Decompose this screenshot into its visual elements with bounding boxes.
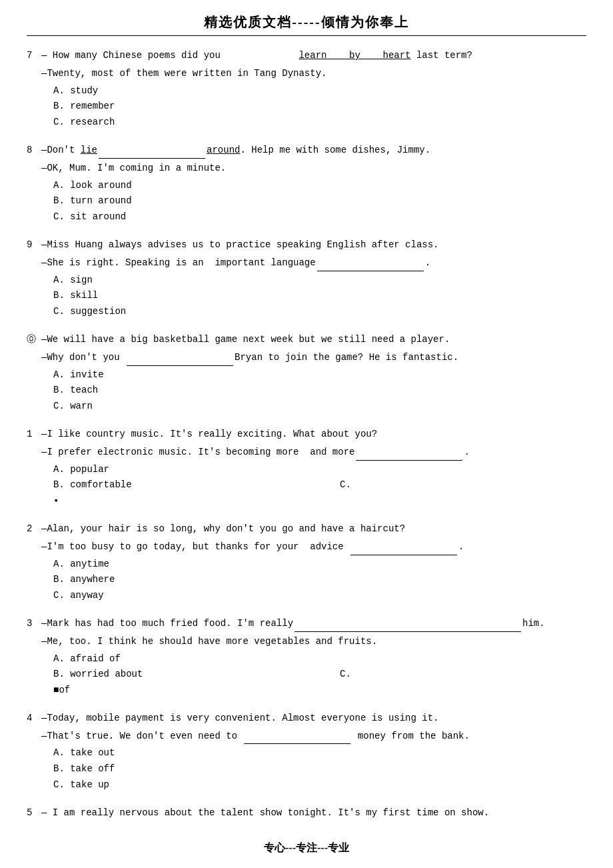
q15-num: 5 xyxy=(27,805,41,821)
q9-text2: —She is right. Speaking is an important … xyxy=(41,255,586,271)
q11-optBC-row: B. comfortable C. xyxy=(53,477,586,493)
question-10: ⓪ —We will have a big basketball game ne… xyxy=(27,332,586,415)
q11-num: 1 xyxy=(27,427,41,443)
question-15: 5 — I am really nervous about the talent… xyxy=(27,805,586,821)
q11-line1: 1 —I like country music. It's really exc… xyxy=(27,427,586,443)
q12-optB: B. anywhere xyxy=(53,572,586,588)
q9-text1: —Miss Huang always advises us to practic… xyxy=(41,237,586,253)
q14-text2: —That's true. We don't even need to mone… xyxy=(41,729,586,745)
q8-text2: —OK, Mum. I'm coming in a minute. xyxy=(41,161,586,177)
q10-line1: ⓪ —We will have a big basketball game ne… xyxy=(27,332,586,348)
q10-optA: A. invite xyxy=(53,367,586,383)
question-13: 3 —Mark has had too much fried food. I'm… xyxy=(27,616,586,699)
q13-optBC-row: B. worried about C. xyxy=(53,667,586,683)
header-divider xyxy=(27,35,586,36)
question-12: 2 —Alan, your hair is so long, why don't… xyxy=(27,521,586,604)
q15-line1: 5 — I am really nervous about the talent… xyxy=(27,805,586,821)
q10-num: ⓪ xyxy=(27,332,41,348)
question-11: 1 —I like country music. It's really exc… xyxy=(27,427,586,509)
question-8: 8 —Don't liearound. Help me with some di… xyxy=(27,143,586,225)
q14-num: 4 xyxy=(27,711,41,727)
q13-optAB-row: A. afraid of xyxy=(53,651,586,667)
q12-text2: —I'm too busy to go today, but thanks fo… xyxy=(41,539,586,555)
q9-optA: A. sign xyxy=(53,273,586,289)
q7-optC: C. research xyxy=(53,115,586,131)
q11-optB: B. comfortable xyxy=(53,477,300,493)
q12-text1: —Alan, your hair is so long, why don't y… xyxy=(41,521,586,537)
q7-optB: B. remember xyxy=(53,99,586,115)
q13-num: 3 xyxy=(27,616,41,632)
q13-optC: C. xyxy=(300,667,586,683)
q9-optB: B. skill xyxy=(53,288,586,304)
question-14: 4 —Today, mobile payment is very conveni… xyxy=(27,711,586,793)
q13-line1: 3 —Mark has had too much fried food. I'm… xyxy=(27,616,586,632)
q13-optA: A. afraid of xyxy=(53,651,586,667)
q13-optB: B. worried about xyxy=(53,667,300,683)
q7-optA: A. study xyxy=(53,83,586,99)
q12-optC: C. anyway xyxy=(53,588,586,604)
q14-line1: 4 —Today, mobile payment is very conveni… xyxy=(27,711,586,727)
page-header: 精选优质文档-----倾情为你奉上 xyxy=(27,13,586,31)
q11-optC-extra: ▪ xyxy=(53,493,586,509)
q14-text1: —Today, mobile payment is very convenien… xyxy=(41,711,586,727)
q13-text1: —Mark has had too much fried food. I'm r… xyxy=(41,616,586,632)
q13-text2: —Me, too. I think he should have more ve… xyxy=(41,634,586,650)
q9-line1: 9 —Miss Huang always advises us to pract… xyxy=(27,237,586,253)
q8-text1: —Don't liearound. Help me with some dish… xyxy=(41,143,586,159)
q11-optC: C. xyxy=(300,477,586,493)
question-9: 9 —Miss Huang always advises us to pract… xyxy=(27,237,586,320)
q8-optB: B. turn around xyxy=(53,193,586,209)
q12-line1: 2 —Alan, your hair is so long, why don't… xyxy=(27,521,586,537)
q7-text1: — How many Chinese poems did you learn b… xyxy=(41,48,586,64)
q9-num: 9 xyxy=(27,237,41,253)
page-footer: 专心---专注---专业 xyxy=(27,841,586,855)
q12-optA: A. anytime xyxy=(53,557,586,573)
q8-optC: C. sit around xyxy=(53,209,586,225)
q8-optA: A. look around xyxy=(53,178,586,194)
q8-line1: 8 —Don't liearound. Help me with some di… xyxy=(27,143,586,159)
q10-text2: —Why don't you Bryan to join the game? H… xyxy=(41,350,586,366)
q12-num: 2 xyxy=(27,521,41,537)
q11-text1: —I like country music. It's really excit… xyxy=(41,427,586,443)
q9-optC: C. suggestion xyxy=(53,304,586,320)
question-7: 7 — How many Chinese poems did you learn… xyxy=(27,48,586,131)
q10-text1: —We will have a big basketball game next… xyxy=(41,332,586,348)
q10-optC: C. warn xyxy=(53,399,586,415)
q14-optA: A. take out xyxy=(53,745,586,761)
q7-num: 7 xyxy=(27,48,41,64)
q8-num: 8 xyxy=(27,143,41,159)
q15-text1: — I am really nervous about the talent s… xyxy=(41,805,586,821)
q7-text2: —Twenty, most of them were written in Ta… xyxy=(41,66,586,82)
q14-optC: C. take up xyxy=(53,777,586,793)
q10-optB: B. teach xyxy=(53,383,586,399)
q14-optB: B. take off xyxy=(53,761,586,777)
q7-line1: 7 — How many Chinese poems did you learn… xyxy=(27,48,586,64)
q11-text2: —I prefer electronic music. It's becomin… xyxy=(41,445,586,461)
q11-optA: A. popular xyxy=(53,462,586,478)
q13-optC-extra: ■of xyxy=(53,683,586,699)
